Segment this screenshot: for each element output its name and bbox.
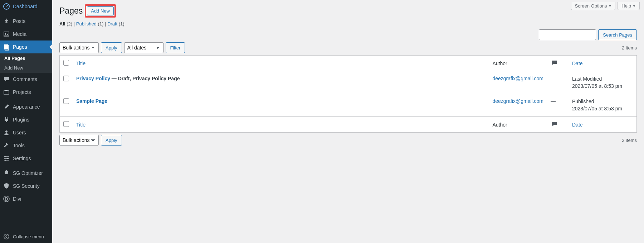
filter-all-count: (2) bbox=[67, 21, 72, 27]
filter-button[interactable]: Filter bbox=[166, 42, 185, 53]
brush-icon bbox=[3, 103, 10, 110]
main-content: Screen Options▼ Help▼ Pages Add New All … bbox=[52, 0, 644, 243]
comments-icon bbox=[551, 123, 558, 129]
column-date-footer[interactable]: Date bbox=[572, 122, 583, 128]
sidebar-item-sg-security[interactable]: SG Security bbox=[0, 180, 52, 192]
svg-point-10 bbox=[4, 196, 9, 202]
pages-table: Title Author Date Privacy Policy — Draft… bbox=[59, 55, 637, 133]
sidebar-item-sg-optimizer[interactable]: SG Optimizer bbox=[0, 167, 52, 180]
row-author-link[interactable]: deezgrafix@gmail.com bbox=[492, 76, 543, 81]
sidebar-item-label: Media bbox=[13, 31, 26, 37]
sidebar-item-projects[interactable]: Projects bbox=[0, 86, 52, 99]
row-date-value: 2023/07/05 at 8:53 pm bbox=[572, 83, 622, 89]
apply-button-bottom[interactable]: Apply bbox=[101, 135, 122, 146]
portfolio-icon bbox=[3, 89, 10, 96]
sidebar-item-posts[interactable]: Posts bbox=[0, 15, 52, 28]
sidebar-item-label: SG Security bbox=[13, 183, 40, 189]
comment-icon bbox=[3, 76, 10, 83]
row-author-link[interactable]: deezgrafix@gmail.com bbox=[492, 98, 543, 104]
sidebar-item-appearance[interactable]: Appearance bbox=[0, 100, 52, 113]
wrench-icon bbox=[3, 142, 10, 149]
sidebar-item-label: Settings bbox=[13, 156, 31, 161]
column-title-footer[interactable]: Title bbox=[76, 122, 86, 128]
sidebar-item-label: Plugins bbox=[13, 117, 29, 123]
sidebar-item-label: Dashboard bbox=[13, 4, 38, 9]
row-comments: — bbox=[551, 98, 556, 104]
table-row: Sample Page deezgrafix@gmail.com — Publi… bbox=[60, 94, 636, 116]
row-date-value: 2023/07/05 at 8:53 pm bbox=[572, 106, 622, 111]
svg-point-6 bbox=[5, 130, 8, 133]
bulk-action-select-top[interactable]: Bulk actions bbox=[59, 42, 99, 53]
sidebar-item-users[interactable]: Users bbox=[0, 126, 52, 139]
bulk-action-select-bottom[interactable]: Bulk actions bbox=[59, 135, 99, 146]
pin-icon bbox=[3, 18, 10, 25]
chevron-down-icon: ▼ bbox=[608, 4, 611, 8]
search-input[interactable] bbox=[539, 29, 596, 40]
sliders-icon bbox=[3, 155, 10, 162]
screen-options-button[interactable]: Screen Options▼ bbox=[571, 2, 616, 10]
collapse-icon bbox=[3, 233, 10, 240]
page-title: Pages bbox=[59, 6, 83, 16]
submenu-all-pages[interactable]: All Pages bbox=[0, 53, 52, 63]
row-title-link[interactable]: Privacy Policy bbox=[76, 76, 110, 81]
plug-icon bbox=[3, 116, 10, 123]
svg-point-11 bbox=[4, 234, 9, 239]
add-new-button[interactable]: Add New bbox=[87, 6, 114, 15]
filter-all[interactable]: All bbox=[59, 21, 65, 27]
sidebar-item-divi[interactable]: Divi bbox=[0, 192, 52, 205]
sidebar-item-label: SG Optimizer bbox=[13, 170, 43, 176]
items-count-top: 2 items bbox=[622, 45, 637, 51]
page-icon bbox=[3, 43, 10, 51]
svg-point-9 bbox=[5, 160, 6, 161]
row-title-link[interactable]: Sample Page bbox=[76, 98, 107, 104]
sidebar-item-label: Tools bbox=[13, 143, 25, 148]
sidebar-item-comments[interactable]: Comments bbox=[0, 73, 52, 86]
column-author-footer: Author bbox=[489, 116, 547, 132]
sidebar-item-plugins[interactable]: Plugins bbox=[0, 113, 52, 126]
sidebar-item-settings[interactable]: Settings bbox=[0, 152, 52, 165]
submenu-add-new[interactable]: Add New bbox=[0, 63, 52, 73]
row-checkbox[interactable] bbox=[63, 98, 69, 104]
column-title[interactable]: Title bbox=[76, 61, 86, 66]
date-filter-select[interactable]: All dates bbox=[124, 42, 164, 53]
admin-sidebar: Dashboard Posts Media Pages All Pages Ad… bbox=[0, 0, 52, 243]
row-checkbox[interactable] bbox=[63, 76, 69, 81]
filter-published-count: (1) bbox=[98, 21, 103, 27]
sidebar-item-label: Posts bbox=[13, 18, 25, 24]
user-icon bbox=[3, 129, 10, 136]
shield-icon bbox=[3, 182, 10, 190]
status-filters: All (2) | Published (1) | Draft (1) bbox=[59, 21, 637, 27]
select-all-bottom[interactable] bbox=[63, 121, 69, 127]
sidebar-item-label: Appearance bbox=[13, 104, 40, 110]
screen-meta-links: Screen Options▼ Help▼ bbox=[571, 2, 640, 10]
sidebar-item-label: Projects bbox=[13, 89, 31, 95]
select-all-top[interactable] bbox=[63, 60, 69, 66]
svg-rect-1 bbox=[4, 32, 9, 36]
help-button[interactable]: Help▼ bbox=[618, 2, 640, 10]
dashboard-icon bbox=[3, 3, 10, 10]
svg-point-8 bbox=[8, 158, 9, 159]
sidebar-item-label: Pages bbox=[13, 44, 27, 50]
sidebar-item-pages[interactable]: Pages bbox=[0, 40, 52, 53]
table-row: Privacy Policy — Draft, Privacy Policy P… bbox=[60, 71, 636, 94]
media-icon bbox=[3, 30, 10, 38]
svg-point-2 bbox=[5, 33, 6, 34]
sidebar-item-label: Comments bbox=[13, 76, 37, 82]
chevron-down-icon: ▼ bbox=[633, 4, 636, 8]
filter-published[interactable]: Published bbox=[76, 21, 97, 27]
divi-icon bbox=[3, 195, 10, 202]
search-pages-button[interactable]: Search Pages bbox=[598, 29, 637, 40]
sidebar-item-label: Divi bbox=[13, 196, 21, 202]
items-count-bottom: 2 items bbox=[622, 138, 637, 143]
column-author: Author bbox=[489, 56, 547, 71]
filter-draft[interactable]: Draft bbox=[107, 21, 117, 27]
apply-button-top[interactable]: Apply bbox=[101, 42, 122, 53]
comments-icon bbox=[551, 62, 558, 67]
column-date[interactable]: Date bbox=[572, 61, 583, 66]
collapse-menu[interactable]: Collapse menu bbox=[0, 230, 52, 243]
sidebar-item-dashboard[interactable]: Dashboard bbox=[0, 0, 52, 13]
pages-submenu: All Pages Add New bbox=[0, 53, 52, 73]
sidebar-item-media[interactable]: Media bbox=[0, 28, 52, 40]
collapse-label: Collapse menu bbox=[13, 234, 44, 239]
sidebar-item-tools[interactable]: Tools bbox=[0, 139, 52, 152]
